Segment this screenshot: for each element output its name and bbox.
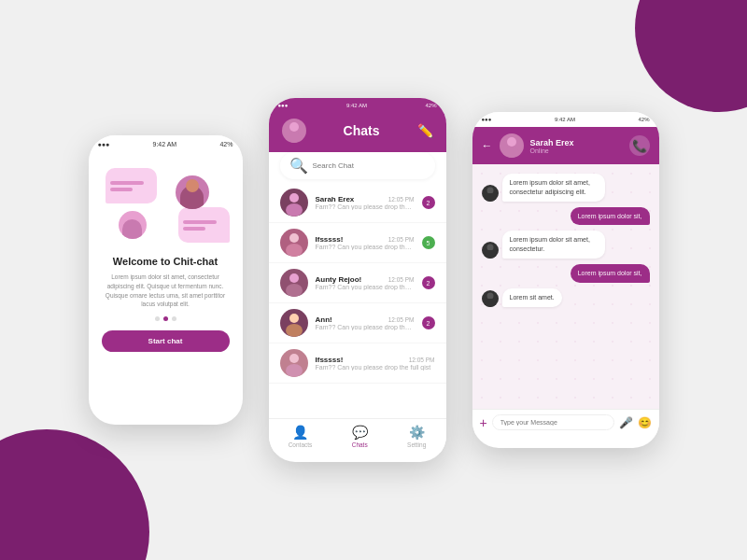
contacts-icon: 👤 xyxy=(292,425,308,440)
chat-badge-4: 2 xyxy=(422,316,435,329)
msg-avatar-icon-2 xyxy=(482,242,499,259)
svg-point-5 xyxy=(286,244,303,257)
signal-s2: ●●● xyxy=(278,103,289,108)
avatar-head xyxy=(186,179,199,192)
screens-container: ●●● 9:42 AM 42% Welcome to Ch xyxy=(0,0,747,560)
chat-time-1: 12:05 PM xyxy=(388,196,415,203)
back-arrow-icon[interactable]: ← xyxy=(482,139,493,152)
message-row-received-2: Lorem ipsum dolor sit amet, consectetur. xyxy=(482,231,650,259)
screen2-body: Chats ✏️ 🔍 xyxy=(269,113,446,453)
time-s1: 9:42 AM xyxy=(152,141,176,147)
nav-settings-label: Setting xyxy=(407,441,426,448)
chat-msg-4: Fam?? Can you please drop the full gist xyxy=(316,324,415,330)
chat-badge-2: 5 xyxy=(422,236,435,249)
chat-msg-2: Fam?? Can you please drop the full gist xyxy=(316,244,415,250)
chats-header: Chats ✏️ xyxy=(269,113,446,152)
nav-contacts-label: Contacts xyxy=(289,441,313,448)
message-input[interactable] xyxy=(492,414,614,430)
svg-point-0 xyxy=(289,122,299,132)
battery-s2: 42% xyxy=(425,103,436,108)
chat-info-5: Ifsssss! 12:05 PM Fam?? Can you please d… xyxy=(316,356,435,371)
chat-time-2: 12:05 PM xyxy=(388,236,415,243)
chat-avatar-1 xyxy=(280,189,308,217)
bottom-navigation: 👤 Contacts 💬 Chats ⚙️ Setting xyxy=(269,418,446,453)
chat-name-2: Ifsssss! xyxy=(316,235,344,244)
edit-icon[interactable]: ✏️ xyxy=(417,123,433,138)
chat-avatar-4 xyxy=(280,309,308,337)
attachment-icon[interactable]: + xyxy=(480,415,487,430)
avatar-body2 xyxy=(122,219,142,239)
chat-msg-1: Fam?? Can you please drop the full gist xyxy=(316,203,415,210)
search-input[interactable] xyxy=(313,161,426,170)
welcome-screen: ●●● 9:42 AM 42% Welcome to Ch xyxy=(89,135,243,425)
time-s2: 9:42 AM xyxy=(346,103,367,108)
svg-point-7 xyxy=(286,284,303,297)
chats-list-screen: ●●● 9:42 AM 42% Chats ✏️ 🔍 xyxy=(269,98,446,462)
message-row-received-1: Lorem ipsum dolor sit amet, consectetur … xyxy=(482,174,650,202)
search-icon: 🔍 xyxy=(289,157,308,175)
svg-point-8 xyxy=(289,314,299,323)
signal-s3: ●●● xyxy=(482,117,492,122)
chats-screen-title: Chats xyxy=(344,123,380,138)
list-item[interactable]: Ifsssss! 12:05 PM Fam?? Can you please d… xyxy=(269,343,446,384)
list-item[interactable]: Aunty Rejoo! 12:05 PM Fam?? Can you plea… xyxy=(269,263,446,303)
search-bar[interactable]: 🔍 xyxy=(280,152,435,179)
contact-status: Online xyxy=(530,147,623,154)
nav-chats[interactable]: 💬 Chats xyxy=(352,425,368,448)
svg-point-19 xyxy=(485,299,496,307)
start-chat-button[interactable]: Start chat xyxy=(102,330,230,352)
mic-icon[interactable]: 🎤 xyxy=(619,416,633,429)
status-bar-s2: ●●● 9:42 AM 42% xyxy=(269,98,446,113)
msg-avatar-3 xyxy=(482,290,499,307)
chat-name-1: Sarah Erex xyxy=(316,195,355,203)
list-item[interactable]: Ann! 12:05 PM Fam?? Can you please drop … xyxy=(269,303,446,343)
dot-2-active xyxy=(163,316,168,321)
svg-point-12 xyxy=(507,137,516,147)
svg-point-10 xyxy=(289,354,299,363)
msg-bubble-sent-2: Lorem ipsum dolor sit, xyxy=(571,264,650,283)
battery-s1: 42% xyxy=(219,141,233,147)
illus-avatar-1 xyxy=(176,175,209,209)
svg-point-4 xyxy=(289,233,299,243)
list-item[interactable]: Sarah Erex 12:05 PM Fam?? Can you please… xyxy=(269,183,446,223)
chat-info-3: Aunty Rejoo! 12:05 PM Fam?? Can you plea… xyxy=(316,275,415,290)
avatar-icon-4 xyxy=(280,309,308,337)
message-row-sent-1: Lorem ipsum dolor sit, xyxy=(482,207,650,226)
call-button[interactable]: 📞 xyxy=(629,135,650,156)
chat-name-3: Aunty Rejoo! xyxy=(316,275,362,284)
bubble-line-short2 xyxy=(183,227,206,231)
msg-bubble-recv-1: Lorem ipsum dolor sit amet, consectetur … xyxy=(502,174,605,202)
svg-point-9 xyxy=(286,324,303,337)
message-input-row: + 🎤 😊 xyxy=(472,409,659,435)
svg-point-16 xyxy=(486,244,493,250)
msg-bubble-sent-1: Lorem ipsum dolor sit, xyxy=(571,207,650,226)
chat-detail-header: ← Sarah Erex Online 📞 xyxy=(472,127,659,164)
battery-s3: 42% xyxy=(638,117,649,122)
svg-point-3 xyxy=(286,203,303,217)
svg-point-15 xyxy=(485,193,496,202)
avatar-icon-1 xyxy=(280,189,308,217)
welcome-body-text: Lorem ipsum dolor sit amet, consectetur … xyxy=(102,273,230,309)
svg-point-11 xyxy=(286,364,303,377)
chats-icon: 💬 xyxy=(352,425,368,440)
svg-point-14 xyxy=(486,187,493,193)
msg-bubble-recv-3: Lorem sit amet. xyxy=(502,288,562,307)
chat-name-row-3: Aunty Rejoo! 12:05 PM xyxy=(316,275,415,284)
nav-settings[interactable]: ⚙️ Setting xyxy=(407,425,426,448)
chat-name-5: Ifsssss! xyxy=(316,356,344,364)
contact-avatar-icon xyxy=(500,133,524,158)
nav-contacts[interactable]: 👤 Contacts xyxy=(289,425,313,448)
signal-s1: ●●● xyxy=(98,141,110,147)
emoji-icon[interactable]: 😊 xyxy=(638,416,652,429)
svg-point-13 xyxy=(504,147,519,158)
chat-name-row-4: Ann! 12:05 PM xyxy=(316,315,415,324)
avatar-icon-5 xyxy=(280,349,308,377)
contact-name: Sarah Erex xyxy=(530,138,623,147)
chat-msg-5: Fam?? Can you please drop the full gist xyxy=(316,364,435,371)
svg-point-17 xyxy=(485,250,496,259)
messages-area: Lorem ipsum dolor sit amet, consectetur … xyxy=(472,164,659,409)
bubble-line xyxy=(110,181,144,185)
list-item[interactable]: Ifsssss! 12:05 PM Fam?? Can you please d… xyxy=(269,223,446,263)
chat-info-4: Ann! 12:05 PM Fam?? Can you please drop … xyxy=(316,315,415,330)
pagination-dots xyxy=(102,316,230,321)
